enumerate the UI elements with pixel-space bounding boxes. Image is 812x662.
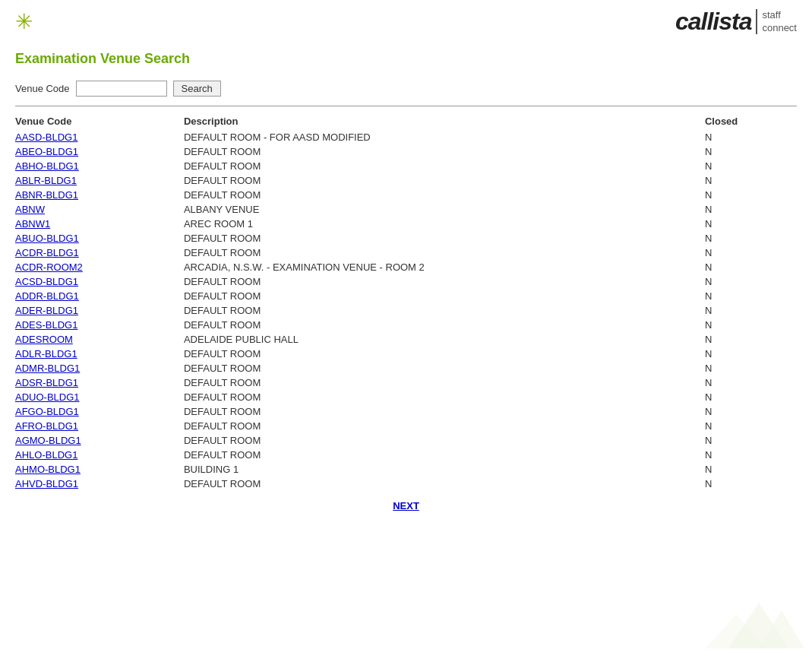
- closed-cell: N: [705, 375, 797, 390]
- description-cell: DEFAULT ROOM: [184, 159, 705, 173]
- venue-code-link[interactable]: ABEO-BLDG1: [15, 146, 78, 157]
- table-row: AHVD-BLDG1DEFAULT ROOMN: [15, 477, 797, 491]
- logo-star-icon: ✳: [15, 9, 33, 34]
- table-row: ADESROOMADELAIDE PUBLIC HALLN: [15, 332, 797, 347]
- description-cell: DEFAULT ROOM: [184, 245, 705, 260]
- description-cell: DEFAULT ROOM: [184, 375, 705, 390]
- venue-code-link[interactable]: ABLR-BLDG1: [15, 175, 77, 186]
- closed-cell: N: [705, 419, 797, 433]
- venue-code-link[interactable]: ABNW: [15, 204, 45, 215]
- closed-cell: N: [705, 260, 797, 274]
- venue-code-link[interactable]: ADUO-BLDG1: [15, 391, 80, 403]
- header: ✳ callista staff connect: [0, 0, 812, 43]
- description-cell: DEFAULT ROOM: [184, 188, 705, 202]
- table-row: AFRO-BLDG1DEFAULT ROOMN: [15, 419, 797, 433]
- next-link[interactable]: NEXT: [393, 500, 419, 512]
- closed-cell: N: [705, 217, 797, 231]
- venue-code-link[interactable]: ABNR-BLDG1: [15, 189, 78, 201]
- description-cell: DEFAULT ROOM: [184, 419, 705, 433]
- venue-code-link[interactable]: AFGO-BLDG1: [15, 406, 79, 417]
- results-table: Venue Code Description Closed AASD-BLDG1…: [15, 112, 797, 491]
- table-body: AASD-BLDG1DEFAULT ROOM - FOR AASD MODIFI…: [15, 130, 797, 491]
- table-row: ADDR-BLDG1DEFAULT ROOMN: [15, 289, 797, 303]
- table-row: ADSR-BLDG1DEFAULT ROOMN: [15, 375, 797, 390]
- table-row: ADES-BLDG1DEFAULT ROOMN: [15, 318, 797, 332]
- divider: [15, 106, 797, 106]
- table-row: ABLR-BLDG1DEFAULT ROOMN: [15, 173, 797, 188]
- description-cell: ARCADIA, N.S.W. - EXAMINATION VENUE - RO…: [184, 260, 705, 274]
- closed-cell: N: [705, 231, 797, 245]
- logo-subtext: staff connect: [756, 9, 797, 35]
- closed-cell: N: [705, 303, 797, 318]
- description-cell: DEFAULT ROOM: [184, 361, 705, 375]
- venue-code-link[interactable]: ADDR-BLDG1: [15, 290, 79, 302]
- col-header-description: Description: [184, 112, 705, 130]
- closed-cell: N: [705, 404, 797, 419]
- table-row: AGMO-BLDG1DEFAULT ROOMN: [15, 433, 797, 448]
- venue-code-link[interactable]: AFRO-BLDG1: [15, 420, 78, 432]
- table-row: ABNW1AREC ROOM 1N: [15, 217, 797, 231]
- venue-code-link[interactable]: ADES-BLDG1: [15, 319, 77, 331]
- closed-cell: N: [705, 448, 797, 462]
- venue-code-link[interactable]: ACDR-BLDG1: [15, 247, 79, 258]
- description-cell: ALBANY VENUE: [184, 202, 705, 217]
- venue-code-link[interactable]: AHLO-BLDG1: [15, 449, 77, 461]
- search-button[interactable]: Search: [173, 81, 221, 97]
- venue-code-link[interactable]: AASD-BLDG1: [15, 131, 77, 143]
- venue-code-link[interactable]: ABNW1: [15, 218, 50, 230]
- venue-code-link[interactable]: ADSR-BLDG1: [15, 377, 78, 388]
- venue-code-link[interactable]: ADMR-BLDG1: [15, 363, 80, 374]
- description-cell: ADELAIDE PUBLIC HALL: [184, 332, 705, 347]
- description-cell: DEFAULT ROOM: [184, 390, 705, 404]
- description-cell: DEFAULT ROOM: [184, 274, 705, 289]
- description-cell: DEFAULT ROOM: [184, 433, 705, 448]
- venue-code-link[interactable]: ACSD-BLDG1: [15, 276, 78, 287]
- description-cell: DEFAULT ROOM: [184, 289, 705, 303]
- venue-code-link[interactable]: AGMO-BLDG1: [15, 435, 81, 446]
- venue-code-label: Venue Code: [15, 83, 70, 94]
- description-cell: DEFAULT ROOM: [184, 231, 705, 245]
- closed-cell: N: [705, 159, 797, 173]
- logo-callista: callista: [675, 8, 752, 36]
- description-cell: DEFAULT ROOM: [184, 477, 705, 491]
- description-cell: BUILDING 1: [184, 462, 705, 477]
- venue-code-link[interactable]: ABUO-BLDG1: [15, 233, 79, 244]
- closed-cell: N: [705, 188, 797, 202]
- description-cell: DEFAULT ROOM: [184, 303, 705, 318]
- col-header-closed: Closed: [705, 112, 797, 130]
- table-row: AASD-BLDG1DEFAULT ROOM - FOR AASD MODIFI…: [15, 130, 797, 144]
- venue-code-link[interactable]: ABHO-BLDG1: [15, 160, 79, 172]
- venue-code-link[interactable]: ADER-BLDG1: [15, 305, 78, 316]
- description-cell: DEFAULT ROOM: [184, 318, 705, 332]
- description-cell: DEFAULT ROOM: [184, 448, 705, 462]
- closed-cell: N: [705, 144, 797, 159]
- closed-cell: N: [705, 130, 797, 144]
- closed-cell: N: [705, 347, 797, 361]
- callista-text: callista: [675, 8, 752, 35]
- description-cell: DEFAULT ROOM - FOR AASD MODIFIED: [184, 130, 705, 144]
- venue-code-link[interactable]: ADLR-BLDG1: [15, 348, 77, 360]
- table-row: ADUO-BLDG1DEFAULT ROOMN: [15, 390, 797, 404]
- venue-code-link[interactable]: ACDR-ROOM2: [15, 261, 83, 273]
- description-cell: DEFAULT ROOM: [184, 173, 705, 188]
- closed-cell: N: [705, 361, 797, 375]
- venue-code-input[interactable]: [76, 81, 167, 97]
- table-row: ACDR-ROOM2ARCADIA, N.S.W. - EXAMINATION …: [15, 260, 797, 274]
- table-row: ADER-BLDG1DEFAULT ROOMN: [15, 303, 797, 318]
- description-cell: DEFAULT ROOM: [184, 404, 705, 419]
- table-row: ABEO-BLDG1DEFAULT ROOMN: [15, 144, 797, 159]
- closed-cell: N: [705, 202, 797, 217]
- description-cell: DEFAULT ROOM: [184, 144, 705, 159]
- venue-code-link[interactable]: ADESROOM: [15, 334, 73, 345]
- table-row: ABNR-BLDG1DEFAULT ROOMN: [15, 188, 797, 202]
- table-row: ABNWALBANY VENUEN: [15, 202, 797, 217]
- venue-code-link[interactable]: AHVD-BLDG1: [15, 478, 78, 489]
- table-row: AFGO-BLDG1DEFAULT ROOMN: [15, 404, 797, 419]
- table-row: AHMO-BLDG1BUILDING 1N: [15, 462, 797, 477]
- closed-cell: N: [705, 433, 797, 448]
- venue-code-link[interactable]: AHMO-BLDG1: [15, 464, 81, 475]
- pagination: NEXT: [0, 491, 812, 521]
- closed-cell: N: [705, 173, 797, 188]
- col-header-venue-code: Venue Code: [15, 112, 184, 130]
- table-row: ABUO-BLDG1DEFAULT ROOMN: [15, 231, 797, 245]
